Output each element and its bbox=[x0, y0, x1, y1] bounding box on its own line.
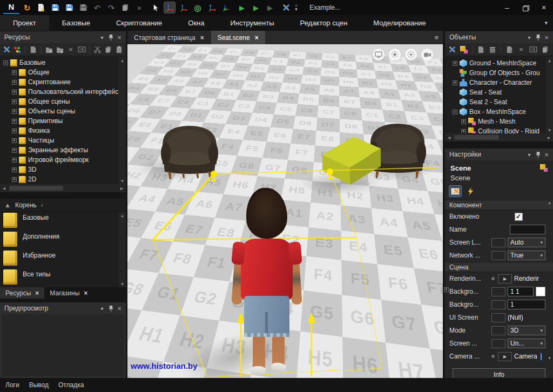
resource-tree-item[interactable]: − Базовые bbox=[0, 58, 126, 67]
pin-button[interactable] bbox=[534, 150, 542, 159]
scroll-up-arrow[interactable]: ▴ bbox=[546, 200, 553, 207]
resource-tree-item[interactable]: + Пользовательский интерфейс bbox=[0, 87, 126, 97]
tab-list-button[interactable]: ≡ bbox=[434, 31, 443, 44]
property-group-header[interactable]: Сцена bbox=[445, 262, 553, 272]
expander-toggle[interactable]: + bbox=[453, 61, 457, 66]
reference-button[interactable]: ▶ bbox=[498, 352, 512, 361]
close-panel-button[interactable]: × bbox=[542, 150, 551, 159]
ambient-light-button[interactable] bbox=[405, 49, 417, 60]
restore-button[interactable] bbox=[516, 0, 535, 15]
expander-toggle[interactable]: + bbox=[453, 80, 457, 85]
expander-toggle[interactable]: − bbox=[3, 60, 8, 65]
default-value-button[interactable] bbox=[491, 313, 505, 322]
select-tool-button[interactable] bbox=[150, 2, 161, 13]
network-dropdown[interactable]: True▾ bbox=[508, 251, 545, 260]
resources-tree-vertical-scrollbar[interactable]: ▴ ▾ bbox=[119, 57, 126, 184]
scroll-down-arrow[interactable]: ▾ bbox=[546, 126, 553, 133]
settings-vertical-scrollbar[interactable]: ▴ ▾ bbox=[546, 200, 553, 363]
screen-label-dropdown[interactable]: Auto▾ bbox=[508, 238, 545, 247]
display-mode-button[interactable] bbox=[373, 49, 385, 60]
expander-toggle[interactable]: + bbox=[12, 109, 17, 114]
tools-button[interactable] bbox=[281, 2, 292, 13]
resource-tree-item[interactable]: + Общее сцены bbox=[0, 97, 126, 106]
enabled-checkbox[interactable]: ✓ bbox=[515, 213, 523, 221]
copy-button[interactable] bbox=[104, 45, 113, 55]
duplicate-object-button[interactable] bbox=[488, 45, 497, 55]
name-input[interactable] bbox=[510, 225, 545, 234]
scroll-right-arrow[interactable]: ▸ bbox=[545, 134, 553, 140]
resource-tree-item[interactable]: + Физика bbox=[0, 126, 126, 136]
folder-list-item[interactable]: Дополнения bbox=[0, 231, 126, 249]
close-panel-button[interactable]: × bbox=[115, 33, 124, 42]
expander-toggle[interactable]: + bbox=[12, 148, 17, 153]
default-value-button[interactable] bbox=[491, 238, 505, 247]
delete-button[interactable]: × bbox=[134, 2, 145, 13]
default-value-button[interactable] bbox=[491, 326, 505, 335]
reference-button[interactable]: ▶ bbox=[498, 274, 512, 283]
expander-toggle[interactable]: − bbox=[453, 110, 457, 114]
document-tab[interactable]: Стартовая страница × bbox=[127, 31, 211, 44]
resources-view-button[interactable] bbox=[13, 45, 22, 55]
scroll-up-arrow[interactable]: ▴ bbox=[119, 212, 126, 219]
object-tree-item[interactable]: Seat - Seat bbox=[445, 87, 553, 97]
statusbar-item[interactable]: Логи bbox=[5, 381, 19, 389]
scroll-up-arrow[interactable]: ▴ bbox=[546, 57, 553, 64]
import-button[interactable] bbox=[45, 45, 53, 55]
play-disabled-button[interactable]: ▶ bbox=[265, 2, 275, 13]
object-tree-item[interactable]: + Collision Body - Rigid bbox=[445, 126, 553, 133]
refresh-button[interactable]: ↻ bbox=[22, 2, 32, 13]
pin-button[interactable] bbox=[106, 304, 115, 313]
scroll-down-arrow[interactable]: ▾ bbox=[119, 280, 126, 287]
menu-item[interactable]: Моделирование bbox=[360, 15, 439, 31]
resource-tree-item[interactable]: + Объекты сцены bbox=[0, 106, 126, 116]
background-intensity-input[interactable]: 1 bbox=[508, 300, 545, 309]
object-tree-item[interactable]: Group Of Objects - Grou bbox=[445, 68, 553, 78]
default-value-button[interactable] bbox=[491, 339, 505, 348]
property-group-header[interactable]: Компонент bbox=[445, 200, 553, 210]
delete-object-doc-button[interactable] bbox=[504, 45, 514, 55]
expander-toggle[interactable]: + bbox=[12, 167, 17, 172]
play-alt-button[interactable]: ▶ bbox=[251, 2, 261, 13]
folder-list-item[interactable]: Все типы bbox=[0, 268, 126, 287]
panel-menu-button[interactable]: ▾ bbox=[525, 33, 534, 42]
splitter[interactable] bbox=[0, 192, 126, 199]
paste-object-button[interactable] bbox=[540, 45, 550, 55]
expander-toggle[interactable]: + bbox=[12, 119, 17, 124]
expander-toggle[interactable]: + bbox=[12, 138, 17, 143]
folder-list-item[interactable]: Избранное bbox=[0, 249, 126, 268]
breadcrumb-root[interactable]: Корень bbox=[15, 201, 37, 209]
close-panel-button[interactable]: × bbox=[115, 304, 124, 313]
expander-toggle[interactable]: + bbox=[12, 70, 17, 75]
object-tree-item[interactable]: + Mesh - Mesh bbox=[445, 117, 553, 126]
expander-toggle[interactable]: + bbox=[12, 177, 17, 182]
resources-tools-button[interactable] bbox=[2, 45, 11, 55]
expander-toggle[interactable]: + bbox=[444, 287, 449, 292]
scroll-left-arrow[interactable]: ◂ bbox=[0, 185, 8, 191]
pin-button[interactable] bbox=[106, 33, 115, 42]
close-tab-icon[interactable]: × bbox=[84, 289, 87, 297]
undo-button[interactable]: ↶ bbox=[92, 2, 103, 13]
menu-item[interactable]: Инструменты bbox=[218, 15, 287, 31]
rename-object-button[interactable] bbox=[528, 45, 538, 55]
resource-tree-item[interactable]: + 2D bbox=[0, 174, 126, 184]
resources-tree-horizontal-scrollbar[interactable]: ◂ ▸ bbox=[0, 184, 126, 192]
save-all-button[interactable] bbox=[64, 2, 75, 13]
play-button[interactable]: ▶ bbox=[237, 2, 247, 13]
scale-tool-button[interactable] bbox=[206, 2, 217, 13]
pin-button[interactable] bbox=[534, 33, 542, 42]
rename-button[interactable] bbox=[77, 45, 86, 55]
panel-menu-button[interactable]: ▾ bbox=[525, 150, 534, 159]
default-value-button[interactable] bbox=[491, 287, 505, 296]
resource-tree-item[interactable]: + Экранные эффекты bbox=[0, 145, 126, 155]
close-window-button[interactable]: × bbox=[535, 0, 553, 15]
scrollbar-thumb[interactable] bbox=[9, 186, 63, 191]
scroll-down-arrow[interactable]: ▾ bbox=[546, 355, 553, 363]
menu-item[interactable]: Скриптование bbox=[103, 15, 175, 31]
resource-tree-item[interactable]: + Примитивы bbox=[0, 116, 126, 126]
new-file-button[interactable] bbox=[29, 45, 37, 55]
panel-menu-button[interactable]: ▾ bbox=[98, 33, 106, 42]
app-logo[interactable]: N bbox=[3, 1, 19, 14]
expander-toggle[interactable]: + bbox=[12, 80, 17, 85]
bottom-tab[interactable]: Магазины × bbox=[44, 287, 93, 299]
statusbar-item[interactable]: Вывод bbox=[29, 381, 49, 389]
